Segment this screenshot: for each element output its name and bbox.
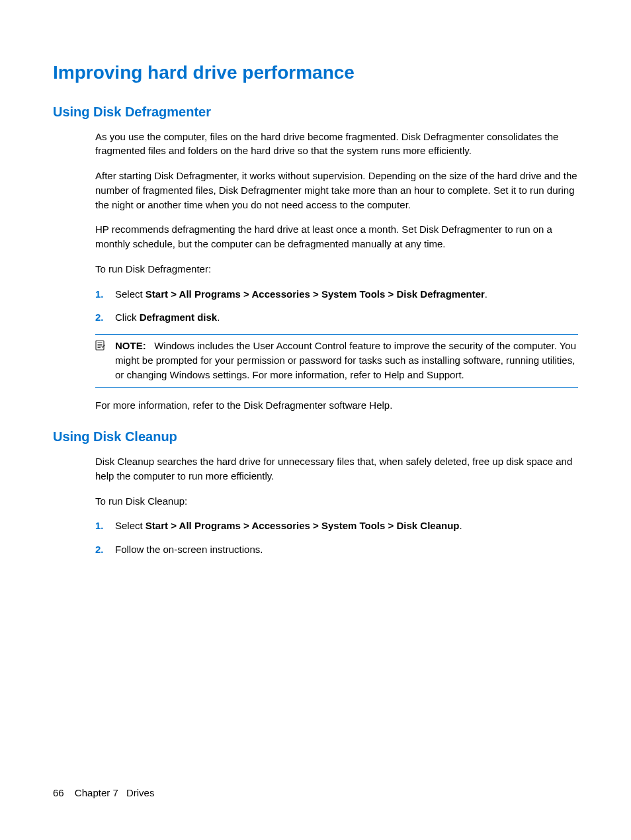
page-footer: 66 Chapter 7 Drives bbox=[53, 786, 154, 800]
list-number: 2. bbox=[95, 542, 115, 557]
note-icon-column bbox=[95, 339, 115, 382]
note-icon bbox=[95, 340, 106, 351]
note-text: Windows includes the User Account Contro… bbox=[115, 340, 576, 380]
list-number: 2. bbox=[95, 310, 115, 325]
chapter-label: Chapter 7 bbox=[75, 787, 118, 798]
note-label: NOTE: bbox=[115, 340, 146, 351]
section-heading-cleanup: Using Disk Cleanup bbox=[53, 427, 578, 446]
ordered-list: 1. Select Start > All Programs > Accesso… bbox=[95, 287, 578, 325]
note-content: NOTE: Windows includes the User Account … bbox=[115, 339, 578, 382]
list-item: 1. Select Start > All Programs > Accesso… bbox=[95, 287, 578, 302]
chapter-title: Drives bbox=[126, 787, 155, 798]
list-item: 2. Click Defragment disk. bbox=[95, 310, 578, 325]
text-part: . bbox=[217, 312, 220, 323]
section-heading-defragmenter: Using Disk Defragmenter bbox=[53, 103, 578, 122]
paragraph: HP recommends defragmenting the hard dri… bbox=[95, 222, 578, 251]
paragraph: Disk Cleanup searches the hard drive for… bbox=[95, 454, 578, 483]
page-number: 66 bbox=[53, 787, 64, 798]
list-text: Click Defragment disk. bbox=[115, 310, 578, 325]
menu-path-bold: Start > All Programs > Accessories > Sys… bbox=[146, 288, 485, 300]
text-part: . bbox=[460, 520, 462, 531]
text-part: Select bbox=[115, 520, 146, 531]
list-text: Follow the on-screen instructions. bbox=[115, 542, 578, 557]
paragraph: After starting Disk Defragmenter, it wor… bbox=[95, 169, 578, 212]
list-item: 1. Select Start > All Programs > Accesso… bbox=[95, 519, 578, 533]
action-bold: Defragment disk bbox=[140, 312, 218, 323]
menu-path-bold: Start > All Programs > Accessories > Sys… bbox=[146, 520, 460, 531]
text-part: Select bbox=[115, 288, 146, 300]
page-title: Improving hard drive performance bbox=[53, 60, 578, 87]
list-text: Select Start > All Programs > Accessorie… bbox=[115, 287, 578, 302]
list-text: Select Start > All Programs > Accessorie… bbox=[115, 519, 578, 533]
paragraph: For more information, refer to the Disk … bbox=[95, 398, 578, 413]
paragraph: As you use the computer, files on the ha… bbox=[95, 130, 578, 159]
svg-rect-0 bbox=[96, 341, 104, 350]
text-part: . bbox=[485, 288, 487, 300]
list-number: 1. bbox=[95, 287, 115, 302]
text-part: Click bbox=[115, 312, 140, 323]
list-item: 2. Follow the on-screen instructions. bbox=[95, 542, 578, 557]
ordered-list: 1. Select Start > All Programs > Accesso… bbox=[95, 519, 578, 557]
list-number: 1. bbox=[95, 519, 115, 533]
paragraph: To run Disk Defragmenter: bbox=[95, 262, 578, 276]
paragraph: To run Disk Cleanup: bbox=[95, 494, 578, 509]
note-box: NOTE: Windows includes the User Account … bbox=[95, 334, 578, 388]
